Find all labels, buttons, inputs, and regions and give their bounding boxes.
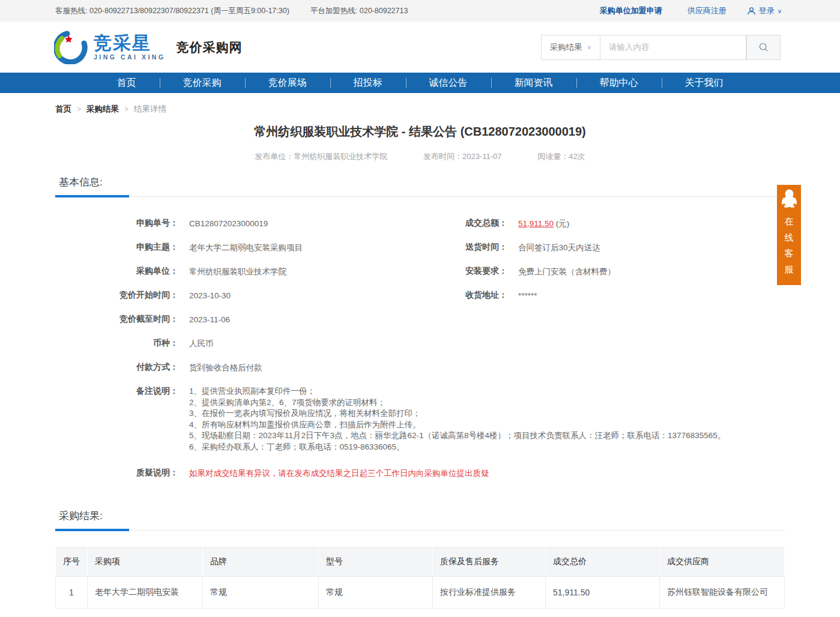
- amount-unit: (元): [554, 219, 569, 228]
- cell-brand: 常规: [203, 577, 319, 609]
- breadcrumb-results[interactable]: 采购结果: [86, 104, 119, 115]
- field-question-note: 质疑说明： 如果对成交结果有异议，请在发布成交结果之日起三个工作日内向采购单位提…: [55, 468, 785, 481]
- nav-bidding-hall[interactable]: 竞价展场: [245, 73, 330, 93]
- field-currency: 币种： 人民币: [55, 338, 785, 352]
- col-total-price: 成交总价: [546, 547, 660, 577]
- breadcrumb-home[interactable]: 首页: [55, 104, 71, 115]
- cell-total-price: 51,911.50: [546, 577, 660, 609]
- publish-time: 发布时间：2023-11-07: [423, 152, 502, 161]
- publisher: 发布单位：常州纺织服装职业技术学院: [255, 152, 387, 161]
- user-icon: [747, 7, 756, 16]
- col-supplier: 成交供应商: [660, 547, 785, 577]
- field-delivery-time: 送货时间： 合同签订后30天内送达: [391, 242, 785, 256]
- search-bar: 采购结果 ∨: [541, 35, 781, 60]
- search-icon: [758, 42, 769, 52]
- nav-home[interactable]: 首页: [94, 73, 160, 93]
- cell-supplier: 苏州钰联智能设备有限公司: [660, 577, 785, 609]
- remark-line: 6、采购经办联系人：丁老师；联系电话：0519-86336065。: [189, 442, 725, 453]
- brand-subtitle: JING CAI XING: [94, 54, 166, 61]
- remark-line: 3、在报价一览表内填写报价及响应情况，将相关材料全部打印；: [189, 408, 725, 420]
- chevron-down-icon: ∨: [587, 44, 591, 50]
- remark-line: 5、现场勘察日期：2023年11月2日下午3点，地点：丽华北路62-1（诺诚高第…: [189, 430, 725, 442]
- col-brand: 品牌: [203, 547, 319, 577]
- search-category-select[interactable]: 采购结果 ∨: [541, 35, 600, 60]
- cell-item: 老年大学二期弱电安装: [88, 577, 203, 609]
- col-warranty: 质保及售后服务: [433, 547, 546, 577]
- col-index: 序号: [56, 547, 88, 577]
- remark-line: 1、提供营业执照副本复印件一份；: [189, 386, 725, 397]
- main-nav: 首页 竞价采购 竞价展场 招投标 诚信公告 新闻资讯 帮助中心 关于我们: [0, 73, 840, 93]
- breadcrumb-separator: >: [124, 105, 128, 113]
- nav-about-us[interactable]: 关于我们: [662, 73, 747, 93]
- breadcrumb-separator: >: [77, 105, 81, 113]
- site-title: 竞价采购网: [177, 39, 243, 56]
- nav-help-center[interactable]: 帮助中心: [576, 73, 662, 93]
- article-meta: 发布单位：常州纺织服装职业技术学院 发布时间：2023-11-07 阅读量：42…: [0, 151, 840, 162]
- basic-info-body: 申购单号： CB128072023000019 申购主题： 老年大学二期弱电安装…: [55, 197, 785, 481]
- qq-penguin-icon: [781, 189, 797, 208]
- field-payment: 付款方式： 货到验收合格后付款: [55, 362, 785, 376]
- nav-integrity-notice[interactable]: 诚信公告: [406, 73, 491, 93]
- breadcrumb-current: 结果详情: [134, 104, 166, 115]
- basic-info-section-head: 基本信息:: [55, 175, 785, 197]
- nav-news[interactable]: 新闻资讯: [491, 73, 576, 93]
- col-model: 型号: [319, 547, 433, 577]
- login-link[interactable]: 登录 ∨: [747, 5, 782, 16]
- result-section-title: 采购结果:: [55, 509, 105, 530]
- service-hotline: 客服热线: 020-80922713/80922307/80922371 (周一…: [55, 6, 289, 16]
- login-label: 登录: [759, 5, 775, 16]
- result-section-head: 采购结果:: [55, 509, 785, 531]
- top-utility-bar: 客服热线: 020-80922713/80922307/80922371 (周一…: [0, 0, 840, 22]
- question-text: 如果对成交结果有异议，请在发布成交结果之日起三个工作日内向采购单位提出质疑: [189, 468, 489, 480]
- nav-bidding-purchase[interactable]: 竞价采购: [160, 73, 245, 93]
- result-table: 序号 采购项 品牌 型号 质保及售后服务 成交总价 成交供应商 1 老年大学二期…: [55, 547, 785, 609]
- breadcrumb: 首页 > 采购结果 > 结果详情: [0, 93, 840, 115]
- chevron-down-icon: ∨: [778, 8, 782, 14]
- basic-info-section-title: 基本信息:: [55, 175, 105, 196]
- search-input[interactable]: [600, 35, 746, 60]
- cell-warranty: 按行业标准提供服务: [433, 577, 546, 609]
- platform-hotline: 平台加盟热线: 020-80922713: [310, 6, 408, 16]
- field-total-amount: 成交总额： 51,911.50 (元): [391, 218, 785, 232]
- search-button[interactable]: [746, 35, 781, 60]
- cell-model: 常规: [319, 577, 433, 609]
- purchase-unit-join-link[interactable]: 采购单位加盟申请: [600, 5, 662, 16]
- col-item: 采购项: [88, 547, 203, 577]
- page-title: 常州纺织服装职业技术学院 - 结果公告 (CB128072023000019): [0, 124, 840, 140]
- field-end-time: 竞价截至时间： 2023-11-06: [55, 314, 785, 328]
- online-service-tab[interactable]: 在线客服: [777, 185, 801, 285]
- site-header: 竞采星 JING CAI XING 竞价采购网 采购结果 ∨: [0, 22, 840, 73]
- remark-lines: 1、提供营业执照副本复印件一份； 2、提供采购清单内第2、6、7项货物要求的证明…: [189, 386, 725, 453]
- cell-index: 1: [56, 577, 88, 609]
- online-service-label: 在线客服: [784, 214, 794, 277]
- search-category-value: 采购结果: [550, 42, 582, 53]
- view-count: 阅读量：42次: [537, 152, 585, 161]
- total-amount-link[interactable]: 51,911.50: [518, 219, 554, 228]
- remark-line: 4、所有响应材料均加盖报价供应商公章，扫描后作为附件上传。: [189, 420, 725, 431]
- nav-tendering[interactable]: 招投标: [330, 73, 406, 93]
- logo-swirl-icon: [54, 31, 88, 64]
- brand-name: 竞采星: [94, 34, 166, 52]
- field-remark: 备注说明： 1、提供营业执照副本复印件一份； 2、提供采购清单内第2、6、7项货…: [55, 386, 785, 453]
- field-install-requirement: 安装要求： 免费上门安装（含材料费）: [391, 266, 785, 280]
- remark-line: 2、提供采购清单内第2、6、7项货物要求的证明材料；: [189, 397, 725, 409]
- site-logo[interactable]: 竞采星 JING CAI XING: [54, 31, 166, 64]
- field-delivery-address: 收货地址： ******: [391, 290, 785, 304]
- table-header-row: 序号 采购项 品牌 型号 质保及售后服务 成交总价 成交供应商: [56, 547, 785, 577]
- table-row: 1 老年大学二期弱电安装 常规 常规 按行业标准提供服务 51,911.50 苏…: [56, 577, 785, 609]
- supplier-register-link[interactable]: 供应商注册: [687, 5, 727, 16]
